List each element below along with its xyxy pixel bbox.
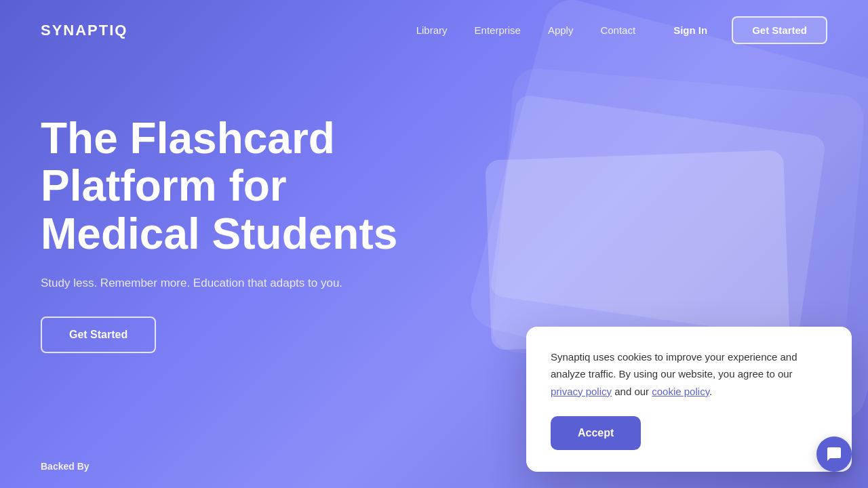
nav-link-enterprise[interactable]: Enterprise bbox=[464, 19, 532, 41]
navigation: SYNAPTIQ Library Enterprise Apply Contac… bbox=[0, 0, 868, 60]
nav-link-library[interactable]: Library bbox=[406, 19, 458, 41]
flashcard-front bbox=[485, 150, 790, 350]
hero-left: The Flashcard Platform for Medical Stude… bbox=[41, 101, 475, 353]
hero-get-started-button[interactable]: Get Started bbox=[41, 317, 156, 353]
cookie-message: Synaptiq uses cookies to improve your ex… bbox=[551, 348, 827, 401]
cookie-end-text: . bbox=[709, 386, 712, 397]
nav-links: Library Enterprise Apply Contact Sign In… bbox=[406, 16, 827, 44]
cookie-message-start: Synaptiq uses cookies to improve your ex… bbox=[551, 351, 797, 380]
chat-button[interactable] bbox=[816, 436, 852, 472]
privacy-policy-link[interactable]: privacy policy bbox=[551, 386, 612, 397]
cookie-middle-text: and our bbox=[612, 386, 652, 397]
hero-title: The Flashcard Platform for Medical Stude… bbox=[41, 115, 420, 258]
chat-icon bbox=[826, 446, 842, 462]
cookie-policy-link[interactable]: cookie policy bbox=[652, 386, 709, 397]
hero-subtitle: Study less. Remember more. Education tha… bbox=[41, 274, 353, 292]
signin-button[interactable]: Sign In bbox=[660, 19, 721, 41]
hero-section: The Flashcard Platform for Medical Stude… bbox=[0, 60, 868, 372]
cookie-accept-button[interactable]: Accept bbox=[551, 416, 641, 450]
cookie-banner: Synaptiq uses cookies to improve your ex… bbox=[526, 327, 852, 472]
logo[interactable]: SYNAPTIQ bbox=[41, 22, 127, 39]
nav-link-apply[interactable]: Apply bbox=[537, 19, 585, 41]
backed-by-label: Backed By bbox=[41, 461, 90, 472]
nav-link-contact[interactable]: Contact bbox=[589, 19, 646, 41]
nav-get-started-button[interactable]: Get Started bbox=[732, 16, 827, 44]
